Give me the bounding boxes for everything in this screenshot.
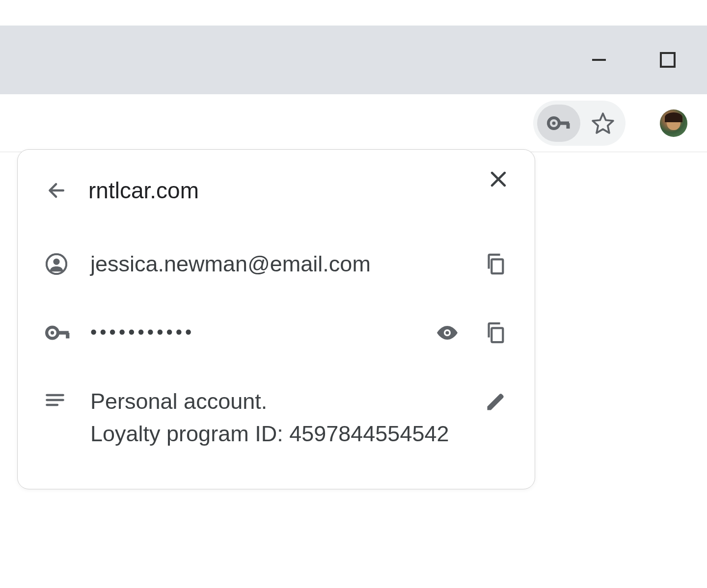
person-icon [45, 253, 71, 275]
note-line-2: Loyalty program ID: 4597844554542 [90, 421, 449, 446]
svg-point-7 [53, 258, 59, 265]
close-icon [488, 168, 509, 190]
site-title: rntlcar.com [88, 177, 199, 204]
pencil-icon [485, 391, 506, 413]
copy-username-button[interactable] [484, 252, 507, 276]
back-button[interactable] [45, 179, 69, 202]
eye-icon [435, 321, 459, 345]
browser-toolbar [0, 94, 707, 152]
svg-point-15 [445, 331, 449, 334]
maximize-button[interactable] [658, 50, 678, 70]
bookmark-button[interactable] [590, 110, 616, 136]
svg-point-11 [51, 331, 54, 334]
key-icon [546, 111, 571, 135]
close-button[interactable] [485, 165, 512, 193]
notes-row: Personal account. Loyalty program ID: 45… [45, 385, 507, 450]
window-titlebar [0, 26, 707, 94]
note-line-1: Personal account. [90, 389, 267, 414]
password-manager-button[interactable] [537, 105, 580, 142]
copy-icon [484, 321, 507, 344]
omnibox-actions [533, 101, 625, 146]
key-icon [45, 320, 71, 346]
maximize-icon [659, 52, 676, 68]
username-row: jessica.newman@email.com [45, 248, 507, 280]
reveal-password-button[interactable] [435, 321, 459, 345]
minimize-button[interactable] [589, 50, 609, 70]
notes-value: Personal account. Loyalty program ID: 45… [90, 385, 484, 450]
svg-rect-9 [491, 259, 503, 273]
copy-password-button[interactable] [484, 321, 507, 345]
copy-icon [484, 253, 507, 275]
svg-point-3 [552, 121, 556, 125]
profile-avatar[interactable] [660, 109, 687, 137]
notes-icon [45, 390, 71, 410]
minimize-icon [590, 51, 608, 69]
star-icon [591, 111, 615, 135]
password-value: ••••••••••• [90, 319, 435, 346]
username-value: jessica.newman@email.com [90, 248, 484, 280]
password-row: ••••••••••• [45, 319, 507, 346]
arrow-left-icon [46, 180, 68, 201]
password-details-popup: rntlcar.com jessica.newman@email.com [17, 149, 535, 489]
svg-rect-1 [661, 53, 675, 67]
popup-header: rntlcar.com [45, 177, 507, 204]
edit-notes-button[interactable] [484, 390, 507, 414]
svg-rect-16 [491, 328, 503, 342]
